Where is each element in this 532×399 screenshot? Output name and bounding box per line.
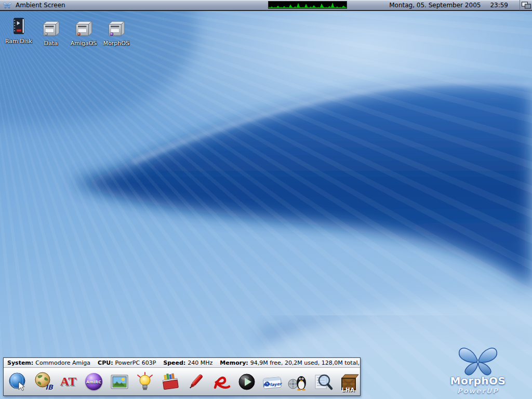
cpu-value: PowerPC 603P	[115, 360, 156, 366]
globe-browser-icon	[7, 371, 28, 392]
morphos-powerup-logo: MorphOS PowerUP	[442, 343, 514, 395]
picture-viewer-icon	[109, 371, 130, 392]
disk-drive-icon	[105, 16, 128, 39]
pdf-reader-icon	[211, 371, 232, 392]
desktop-icon-label: AmigaOS	[71, 40, 97, 47]
desktop-icon-data[interactable]: Data	[35, 16, 66, 47]
screen-depth-gadget[interactable]	[520, 0, 532, 10]
desktop-icon-amigaos[interactable]: AmigaOS	[68, 16, 99, 47]
dock-item-light-bulb[interactable]	[132, 369, 157, 394]
logo-subtitle: PowerUP	[457, 387, 499, 395]
dock-item-ibrowse[interactable]: IB	[31, 369, 55, 394]
clock-area: Montag, 05. September 2005 23:59	[389, 0, 508, 10]
cpu-activity-meter	[268, 1, 347, 9]
morphos-ambient-screen: Ambient Screen Montag, 05. September 200…	[0, 0, 532, 399]
screen-title: Ambient Screen	[16, 2, 65, 9]
desktop: Ram Disk Data	[0, 11, 532, 399]
cpu-info: CPU: PowerPC 603P	[98, 360, 156, 366]
crayon-box-icon	[160, 371, 181, 392]
font-letters-icon: AT	[60, 375, 77, 389]
depth-gadget-icon	[521, 1, 531, 9]
dock-item-picture-viewer[interactable]	[107, 369, 131, 394]
memory-info: Memory: 94,9M free, 20,2M used, 128,0M t…	[220, 360, 360, 366]
dock-item-red-pen[interactable]	[183, 369, 208, 394]
system-info: System: Commodore Amiga	[7, 360, 90, 366]
memory-label: Memory:	[220, 360, 248, 366]
memory-value: 94,9M free, 20,2M used, 128,0M total, 13…	[250, 360, 360, 366]
speed-value: 240 MHz	[188, 360, 212, 366]
disk-drive-icon	[72, 16, 95, 39]
desktop-icon-label: Data	[44, 40, 58, 47]
logo-title: MorphOS	[450, 375, 506, 387]
system-value: Commodore Amiga	[35, 360, 90, 366]
screen-titlebar[interactable]: Ambient Screen Montag, 05. September 200…	[0, 0, 532, 10]
dock-item-pdf-reader[interactable]	[209, 369, 233, 394]
ram-disk-icon	[8, 14, 29, 37]
lha-label: LHA	[342, 387, 355, 393]
wallpaper	[0, 11, 532, 399]
dock-item-magnifier[interactable]	[311, 369, 335, 394]
speed-info: Speed: 240 MHz	[163, 360, 212, 366]
magnifier-icon	[313, 371, 334, 392]
dock-item-penguin[interactable]	[285, 369, 310, 394]
dock-item-globe-browser[interactable]	[5, 369, 30, 394]
penguin-icon	[287, 371, 308, 392]
dock-item-lha-archiver[interactable]: LHA	[336, 369, 361, 394]
system-label: System:	[7, 360, 33, 366]
dock-item-mplayer[interactable]: MPlayer	[260, 369, 284, 394]
desktop-icon-label: MorphOS	[103, 40, 129, 47]
dock-item-play-button[interactable]	[234, 369, 259, 394]
dock-item-crayon-box[interactable]	[158, 369, 182, 394]
clock-date: Montag, 05. September 2005	[389, 2, 481, 9]
morphos-butterfly-icon	[3, 2, 12, 9]
disk-drive-icon	[39, 16, 62, 39]
ibrowse-label: IB	[45, 383, 53, 391]
clock-time: 23:59	[490, 2, 508, 9]
application-dock: IB AT AmIRC	[4, 368, 360, 395]
dock-item-amirc[interactable]: AmIRC	[82, 369, 106, 394]
speed-label: Speed:	[163, 360, 185, 366]
amirc-label: AmIRC	[86, 379, 101, 384]
desktop-icon-ram-disk[interactable]: Ram Disk	[3, 14, 34, 45]
desktop-icon-label: Ram Disk	[5, 38, 32, 45]
play-button-icon	[236, 371, 257, 392]
cpu-label: CPU:	[98, 360, 113, 366]
bottom-panel: System: Commodore Amiga CPU: PowerPC 603…	[3, 357, 361, 396]
dock-item-font-letters[interactable]: AT	[56, 369, 81, 394]
red-pen-icon	[185, 371, 206, 392]
desktop-icon-morphos[interactable]: MorphOS	[101, 16, 132, 47]
butterfly-logo-icon	[454, 343, 502, 377]
system-info-bar: System: Commodore Amiga CPU: PowerPC 603…	[4, 358, 360, 368]
light-bulb-icon	[135, 371, 155, 392]
